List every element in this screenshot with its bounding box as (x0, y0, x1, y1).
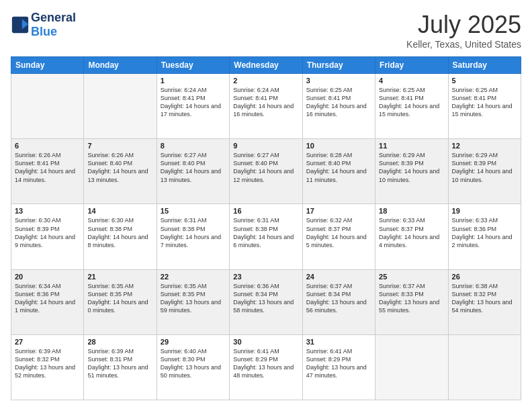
calendar-table: Sunday Monday Tuesday Wednesday Thursday… (11, 56, 521, 400)
day-number: 25 (379, 273, 444, 281)
calendar-header-row: Sunday Monday Tuesday Wednesday Thursday… (11, 57, 521, 74)
table-row: 31Sunrise: 6:41 AMSunset: 8:29 PMDayligh… (302, 334, 375, 400)
cell-details: Sunrise: 6:39 AMSunset: 8:32 PMDaylight:… (15, 347, 80, 380)
cell-details: Sunrise: 6:31 AMSunset: 8:38 PMDaylight:… (233, 216, 298, 249)
col-saturday: Saturday (448, 57, 521, 74)
cell-details: Sunrise: 6:24 AMSunset: 8:41 PMDaylight:… (233, 86, 298, 119)
table-row (11, 74, 84, 139)
cell-details: Sunrise: 6:35 AMSunset: 8:35 PMDaylight:… (161, 282, 226, 315)
day-number: 19 (452, 207, 517, 215)
table-row: 26Sunrise: 6:38 AMSunset: 8:32 PMDayligh… (448, 269, 521, 334)
day-number: 15 (161, 207, 226, 215)
day-number: 12 (452, 142, 517, 150)
day-number: 29 (161, 338, 226, 346)
day-number: 13 (15, 207, 80, 215)
cell-details: Sunrise: 6:33 AMSunset: 8:36 PMDaylight:… (452, 216, 517, 249)
day-number: 16 (233, 207, 298, 215)
table-row: 30Sunrise: 6:41 AMSunset: 8:29 PMDayligh… (230, 334, 302, 400)
table-row: 12Sunrise: 6:29 AMSunset: 8:39 PMDayligh… (448, 139, 521, 204)
table-row (448, 334, 521, 400)
table-row: 14Sunrise: 6:30 AMSunset: 8:38 PMDayligh… (84, 204, 157, 269)
calendar-week-row: 1Sunrise: 6:24 AMSunset: 8:41 PMDaylight… (11, 74, 521, 139)
location: Keller, Texas, United States (406, 39, 521, 50)
calendar-week-row: 20Sunrise: 6:34 AMSunset: 8:36 PMDayligh… (11, 269, 521, 334)
table-row: 4Sunrise: 6:25 AMSunset: 8:41 PMDaylight… (375, 74, 448, 139)
day-number: 31 (306, 338, 371, 346)
day-number: 6 (15, 142, 80, 150)
table-row: 19Sunrise: 6:33 AMSunset: 8:36 PMDayligh… (448, 204, 521, 269)
day-number: 23 (233, 273, 298, 281)
table-row: 15Sunrise: 6:31 AMSunset: 8:38 PMDayligh… (157, 204, 229, 269)
table-row: 7Sunrise: 6:26 AMSunset: 8:40 PMDaylight… (84, 139, 157, 204)
cell-details: Sunrise: 6:31 AMSunset: 8:38 PMDaylight:… (161, 216, 226, 249)
day-number: 24 (306, 273, 371, 281)
day-number: 4 (379, 77, 444, 85)
table-row (84, 74, 157, 139)
day-number: 22 (161, 273, 226, 281)
table-row: 13Sunrise: 6:30 AMSunset: 8:39 PMDayligh… (11, 204, 84, 269)
table-row: 28Sunrise: 6:39 AMSunset: 8:31 PMDayligh… (84, 334, 157, 400)
cell-details: Sunrise: 6:34 AMSunset: 8:36 PMDaylight:… (15, 282, 80, 315)
calendar-week-row: 13Sunrise: 6:30 AMSunset: 8:39 PMDayligh… (11, 204, 521, 269)
table-row: 16Sunrise: 6:31 AMSunset: 8:38 PMDayligh… (230, 204, 302, 269)
cell-details: Sunrise: 6:25 AMSunset: 8:41 PMDaylight:… (306, 86, 371, 119)
col-thursday: Thursday (302, 57, 375, 74)
cell-details: Sunrise: 6:40 AMSunset: 8:30 PMDaylight:… (161, 347, 226, 380)
day-number: 18 (379, 207, 444, 215)
table-row: 23Sunrise: 6:36 AMSunset: 8:34 PMDayligh… (230, 269, 302, 334)
table-row: 17Sunrise: 6:32 AMSunset: 8:37 PMDayligh… (302, 204, 375, 269)
cell-details: Sunrise: 6:27 AMSunset: 8:40 PMDaylight:… (233, 151, 298, 184)
table-row: 11Sunrise: 6:29 AMSunset: 8:39 PMDayligh… (375, 139, 448, 204)
table-row: 5Sunrise: 6:25 AMSunset: 8:41 PMDaylight… (448, 74, 521, 139)
cell-details: Sunrise: 6:33 AMSunset: 8:37 PMDaylight:… (379, 216, 444, 249)
page: General Blue July 2025 Keller, Texas, Un… (0, 0, 532, 411)
cell-details: Sunrise: 6:41 AMSunset: 8:29 PMDaylight:… (233, 347, 298, 380)
month-title: July 2025 (406, 11, 521, 39)
logo: General Blue (11, 11, 76, 39)
table-row: 10Sunrise: 6:28 AMSunset: 8:40 PMDayligh… (302, 139, 375, 204)
cell-details: Sunrise: 6:25 AMSunset: 8:41 PMDaylight:… (379, 86, 444, 119)
table-row: 21Sunrise: 6:35 AMSunset: 8:35 PMDayligh… (84, 269, 157, 334)
cell-details: Sunrise: 6:30 AMSunset: 8:38 PMDaylight:… (87, 216, 152, 249)
cell-details: Sunrise: 6:41 AMSunset: 8:29 PMDaylight:… (306, 347, 371, 380)
cell-details: Sunrise: 6:24 AMSunset: 8:41 PMDaylight:… (161, 86, 226, 119)
col-monday: Monday (84, 57, 157, 74)
day-number: 9 (233, 142, 298, 150)
logo-blue-text: Blue (31, 25, 57, 38)
cell-details: Sunrise: 6:30 AMSunset: 8:39 PMDaylight:… (15, 216, 80, 249)
cell-details: Sunrise: 6:25 AMSunset: 8:41 PMDaylight:… (452, 86, 517, 119)
cell-details: Sunrise: 6:29 AMSunset: 8:39 PMDaylight:… (379, 151, 444, 184)
cell-details: Sunrise: 6:26 AMSunset: 8:41 PMDaylight:… (15, 151, 80, 184)
cell-details: Sunrise: 6:39 AMSunset: 8:31 PMDaylight:… (87, 347, 152, 380)
table-row: 24Sunrise: 6:37 AMSunset: 8:34 PMDayligh… (302, 269, 375, 334)
day-number: 30 (233, 338, 298, 346)
table-row: 27Sunrise: 6:39 AMSunset: 8:32 PMDayligh… (11, 334, 84, 400)
day-number: 5 (452, 77, 517, 85)
day-number: 20 (15, 273, 80, 281)
table-row: 1Sunrise: 6:24 AMSunset: 8:41 PMDaylight… (157, 74, 229, 139)
cell-details: Sunrise: 6:28 AMSunset: 8:40 PMDaylight:… (306, 151, 371, 184)
cell-details: Sunrise: 6:37 AMSunset: 8:33 PMDaylight:… (379, 282, 444, 315)
cell-details: Sunrise: 6:35 AMSunset: 8:35 PMDaylight:… (87, 282, 152, 315)
title-block: July 2025 Keller, Texas, United States (406, 11, 521, 50)
table-row: 2Sunrise: 6:24 AMSunset: 8:41 PMDaylight… (230, 74, 302, 139)
table-row: 3Sunrise: 6:25 AMSunset: 8:41 PMDaylight… (302, 74, 375, 139)
day-number: 7 (87, 142, 152, 150)
table-row: 18Sunrise: 6:33 AMSunset: 8:37 PMDayligh… (375, 204, 448, 269)
day-number: 14 (87, 207, 152, 215)
cell-details: Sunrise: 6:37 AMSunset: 8:34 PMDaylight:… (306, 282, 371, 315)
table-row: 8Sunrise: 6:27 AMSunset: 8:40 PMDaylight… (157, 139, 229, 204)
logo-icon (11, 15, 30, 34)
day-number: 11 (379, 142, 444, 150)
col-friday: Friday (375, 57, 448, 74)
cell-details: Sunrise: 6:26 AMSunset: 8:40 PMDaylight:… (87, 151, 152, 184)
calendar-week-row: 27Sunrise: 6:39 AMSunset: 8:32 PMDayligh… (11, 334, 521, 400)
col-tuesday: Tuesday (157, 57, 229, 74)
table-row: 6Sunrise: 6:26 AMSunset: 8:41 PMDaylight… (11, 139, 84, 204)
day-number: 28 (87, 338, 152, 346)
col-sunday: Sunday (11, 57, 84, 74)
calendar-week-row: 6Sunrise: 6:26 AMSunset: 8:41 PMDaylight… (11, 139, 521, 204)
table-row: 20Sunrise: 6:34 AMSunset: 8:36 PMDayligh… (11, 269, 84, 334)
day-number: 3 (306, 77, 371, 85)
table-row: 25Sunrise: 6:37 AMSunset: 8:33 PMDayligh… (375, 269, 448, 334)
